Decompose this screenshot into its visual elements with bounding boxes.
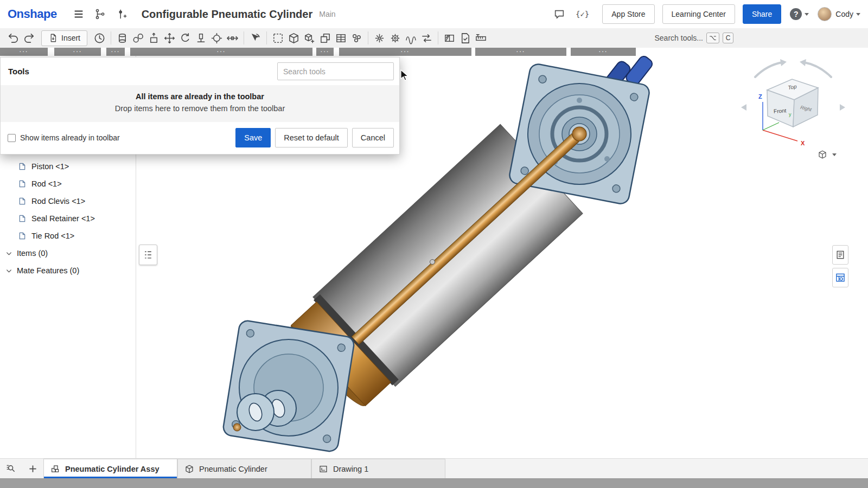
dialog-search-input[interactable] [277, 62, 394, 80]
solid-part-icon [288, 32, 300, 44]
fasten-mate-button[interactable] [114, 30, 130, 46]
toolbar-dropzone[interactable]: ... [316, 48, 334, 56]
measure-button[interactable] [473, 30, 489, 46]
instance-label: Piston <1> [31, 162, 69, 171]
instance-item[interactable]: Seal Retainer <1> [0, 210, 136, 227]
hamburger-menu-icon[interactable] [73, 8, 85, 20]
search-tools[interactable]: Search tools... C [655, 33, 734, 43]
rotate-part-icon [179, 32, 192, 44]
cancel-button[interactable]: Cancel [352, 128, 394, 147]
avatar[interactable] [818, 7, 832, 21]
width-mate-icon [226, 32, 239, 44]
instance-list: Piston <1> Rod <1> Rod Clevis <1> Seal R… [0, 158, 136, 279]
instance-item[interactable]: Tie Rod <1> [0, 227, 136, 245]
edit-in-context-button[interactable] [302, 30, 317, 46]
transfer-button[interactable] [419, 30, 435, 46]
rotate-right-arrow[interactable] [840, 104, 845, 111]
cube-icon [818, 150, 827, 159]
insert-button[interactable]: Insert [41, 30, 87, 46]
width-mate-button[interactable] [225, 30, 240, 46]
document-panel-button[interactable] [832, 245, 848, 265]
customize-toolbar-dialog: Tools All items are already in the toolb… [0, 57, 400, 155]
versions-icon[interactable] [94, 8, 106, 20]
move-part-button[interactable] [162, 30, 177, 46]
structure-panel-icon [143, 249, 154, 260]
toolbar-separator [111, 31, 111, 44]
share-button[interactable]: Share [743, 4, 781, 24]
assembly-structure-button[interactable] [139, 245, 157, 265]
center-mate-button[interactable] [209, 30, 225, 46]
help-icon[interactable]: ? [790, 8, 802, 20]
section-view-icon [443, 32, 456, 44]
spring-button[interactable] [403, 30, 419, 46]
ball-mate-button[interactable] [130, 30, 146, 46]
view-options-button[interactable] [814, 147, 840, 162]
toolbar-dropzone[interactable]: ... [339, 48, 471, 56]
part-icon [18, 197, 27, 206]
toolbar-dropzone[interactable]: ... [130, 48, 312, 56]
redo-icon [23, 32, 35, 44]
toolbar-dropzone[interactable]: ... [106, 48, 125, 56]
drawing-tab-icon [318, 464, 328, 474]
create-version-icon[interactable] [116, 8, 128, 20]
slider-mate-button[interactable] [193, 30, 209, 46]
feature-script-check-icon[interactable]: {✓} [576, 10, 589, 18]
toolbar-dropzone[interactable]: ... [54, 48, 101, 56]
toolbar-dropzone[interactable]: ... [571, 48, 636, 56]
items-section-header[interactable]: Items (0) [0, 245, 136, 262]
rotate-ccw-arrow[interactable] [755, 62, 782, 77]
exploded-view-button[interactable] [372, 30, 387, 46]
replicate-button[interactable] [349, 30, 365, 46]
pattern-button[interactable] [333, 30, 349, 46]
rod-hub[interactable] [572, 127, 586, 141]
x-axis [763, 130, 797, 141]
solid-part-button[interactable] [286, 30, 302, 46]
section-view-button[interactable] [442, 30, 457, 46]
rotate-left-arrow[interactable] [741, 104, 746, 111]
pattern-icon [335, 32, 347, 44]
onshape-logo[interactable]: Onshape [8, 7, 57, 21]
rotate-part-button[interactable] [177, 30, 193, 46]
named-positions-button[interactable] [387, 30, 403, 46]
instance-item[interactable]: Rod <1> [0, 175, 136, 192]
dialog-drop-area[interactable]: All items are already in the toolbar Dro… [1, 85, 399, 122]
history-button[interactable] [92, 30, 107, 46]
show-items-checkbox[interactable] [8, 134, 16, 142]
rod-end-cap[interactable] [222, 320, 355, 453]
app-header: Onshape Configurable Pneumatic Cylinder … [0, 0, 868, 28]
view-cube[interactable]: Top Front Right Z X y [739, 54, 847, 163]
instance-label: Rod <1> [31, 179, 62, 188]
view-cube-front-label[interactable]: Front [774, 107, 787, 114]
undo-button[interactable] [5, 30, 21, 46]
reset-to-default-button[interactable]: Reset to default [275, 128, 348, 147]
instance-item[interactable]: Rod Clevis <1> [0, 192, 136, 210]
tab-drawing-1[interactable]: Drawing 1 [311, 459, 445, 478]
chat-icon[interactable] [553, 8, 565, 20]
y-axis [763, 123, 779, 130]
help-menu[interactable]: ? [790, 8, 809, 20]
toolbar-dropzone[interactable]: ... [0, 48, 48, 56]
slider-mate-icon [195, 32, 207, 44]
select-scope-button[interactable] [270, 30, 286, 46]
rotate-cw-arrow[interactable] [804, 62, 831, 77]
mate-connector-point[interactable] [430, 260, 435, 265]
redo-button[interactable] [21, 30, 37, 46]
instance-item[interactable]: Piston <1> [0, 158, 136, 175]
learning-center-button[interactable]: Learning Center [662, 4, 735, 24]
toolbar-dropzone[interactable]: ... [475, 48, 566, 56]
add-tab-button[interactable] [22, 459, 43, 478]
app-store-button[interactable]: App Store [602, 4, 654, 24]
tab-search-button[interactable] [0, 459, 22, 478]
right-panel-buttons [832, 245, 848, 287]
duplicate-button[interactable] [317, 30, 333, 46]
interference-button[interactable] [457, 30, 473, 46]
user-name[interactable]: Cody [835, 10, 853, 18]
snap-mode-button[interactable] [247, 30, 263, 46]
mate-connector-button[interactable] [146, 30, 162, 46]
save-button[interactable]: Save [235, 128, 271, 147]
tab-pneumatic-cylinder[interactable]: Pneumatic Cylinder [177, 459, 311, 478]
bom-panel-button[interactable] [832, 268, 848, 287]
tab-pneumatic-cylinder-assy[interactable]: Pneumatic Cylinder Assy [43, 459, 177, 478]
mate-features-section-header[interactable]: Mate Features (0) [0, 262, 136, 279]
workspace-name[interactable]: Main [319, 10, 335, 18]
